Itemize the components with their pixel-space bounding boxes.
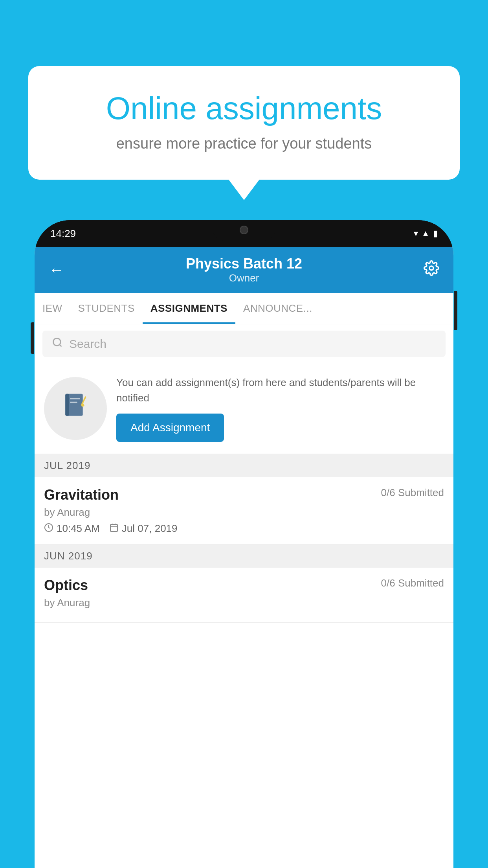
search-placeholder: Search (69, 337, 106, 351)
clock-icon (44, 523, 53, 535)
search-bar-container: Search (35, 324, 453, 363)
tab-overview[interactable]: IEW (35, 293, 70, 324)
phone-power-button (454, 291, 457, 330)
svg-rect-3 (65, 394, 69, 416)
back-button[interactable]: ← (49, 261, 64, 279)
assignment-meta-gravitation: 10:45 AM Jul 07, 2019 (44, 522, 444, 535)
assignment-promo: You can add assignment(s) from here and … (35, 363, 453, 454)
svg-point-0 (429, 266, 433, 270)
add-assignment-button[interactable]: Add Assignment (116, 414, 224, 442)
top-bar: ← Physics Batch 12 Owner (35, 247, 453, 293)
promo-icon-circle (44, 377, 107, 440)
assignment-submitted-optics: 0/6 Submitted (381, 577, 444, 589)
search-input-wrap[interactable]: Search (42, 331, 446, 357)
svg-rect-5 (70, 402, 77, 403)
svg-rect-4 (70, 398, 80, 399)
assignment-title-gravitation: Gravitation (44, 487, 119, 503)
wifi-icon: ▾ (414, 228, 418, 239)
assignment-date-text-gravitation: Jul 07, 2019 (122, 522, 178, 535)
assignment-date-gravitation: Jul 07, 2019 (109, 522, 178, 535)
notebook-icon (62, 392, 89, 425)
assignment-submitted-gravitation: 0/6 Submitted (381, 487, 444, 499)
status-bar: 14:29 ▾ ▲ ▮ (35, 220, 453, 247)
tabs-bar: IEW STUDENTS ASSIGNMENTS ANNOUNCE... (35, 293, 453, 324)
status-icons: ▾ ▲ ▮ (414, 228, 438, 239)
search-icon (52, 337, 63, 351)
assignment-item-gravitation[interactable]: Gravitation 0/6 Submitted by Anurag 10:4… (35, 477, 453, 544)
tab-announcements[interactable]: ANNOUNCE... (235, 293, 320, 324)
month-header-jul: JUL 2019 (35, 454, 453, 477)
speech-bubble-container: Online assignments ensure more practice … (28, 66, 460, 180)
phone-frame: 14:29 ▾ ▲ ▮ ← Physics Batch 12 Owner (35, 220, 453, 868)
assignment-by-optics: by Anurag (44, 597, 444, 609)
status-time: 14:29 (50, 228, 76, 240)
signal-icon: ▲ (421, 228, 430, 239)
assignment-by-gravitation: by Anurag (44, 506, 444, 519)
assignment-row-gravitation: Gravitation 0/6 Submitted (44, 487, 444, 503)
battery-icon: ▮ (433, 228, 438, 239)
assignment-time-gravitation: 10:45 AM (44, 522, 100, 535)
month-header-jun: JUN 2019 (35, 544, 453, 568)
assignment-list: JUL 2019 Gravitation 0/6 Submitted by An… (35, 454, 453, 868)
tab-students[interactable]: STUDENTS (70, 293, 143, 324)
svg-rect-9 (110, 524, 117, 531)
assignment-item-optics[interactable]: Optics 0/6 Submitted by Anurag (35, 568, 453, 623)
batch-role: Owner (64, 272, 424, 284)
phone-volume-button (31, 322, 34, 354)
phone-camera (240, 226, 248, 234)
app-screen: ← Physics Batch 12 Owner IEW STUDENTS AS… (35, 247, 453, 868)
phone-notch (213, 220, 275, 241)
assignment-row-optics: Optics 0/6 Submitted (44, 577, 444, 594)
bubble-title: Online assignments (60, 90, 428, 127)
speech-bubble: Online assignments ensure more practice … (28, 66, 460, 180)
svg-point-1 (53, 338, 61, 346)
calendar-icon (109, 523, 119, 535)
bubble-subtitle: ensure more practice for your students (60, 135, 428, 152)
top-bar-title: Physics Batch 12 Owner (64, 256, 424, 284)
batch-name: Physics Batch 12 (64, 256, 424, 272)
promo-content: You can add assignment(s) from here and … (116, 375, 444, 442)
assignment-title-optics: Optics (44, 577, 88, 594)
assignment-time-text-gravitation: 10:45 AM (57, 522, 100, 535)
settings-button[interactable] (424, 260, 439, 280)
tab-assignments[interactable]: ASSIGNMENTS (143, 293, 235, 324)
promo-text: You can add assignment(s) from here and … (116, 375, 444, 406)
